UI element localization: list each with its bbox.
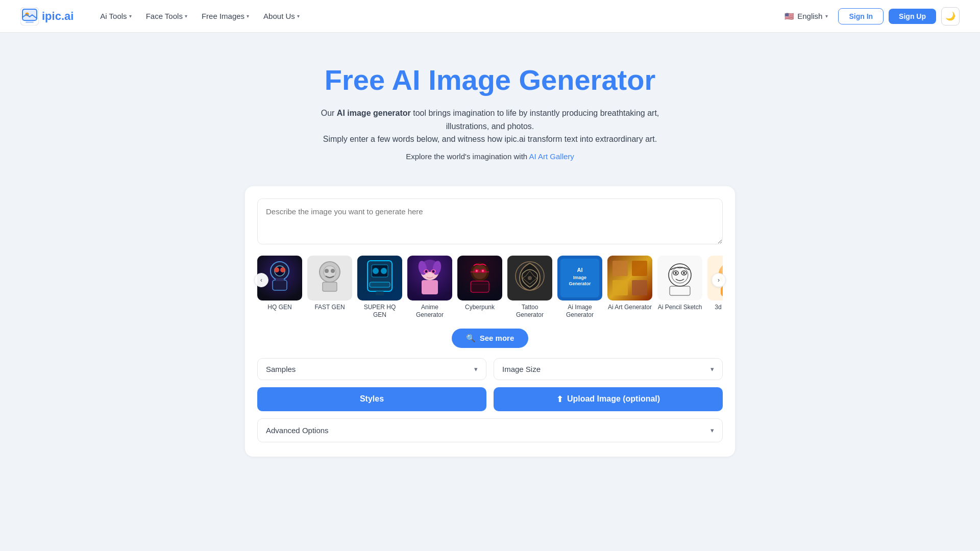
hero-section: Free AI Image Generator Our AI image gen…	[0, 33, 980, 186]
flag-icon: 🇺🇸	[785, 12, 794, 21]
style-label-ai-art-generator: Ai Art Generator	[608, 304, 652, 312]
theme-toggle-button[interactable]: 🌙	[941, 7, 960, 26]
svg-rect-34	[422, 280, 438, 294]
svg-point-62	[675, 272, 677, 274]
signup-button[interactable]: Sign Up	[889, 9, 936, 24]
nav-face-tools[interactable]: Face Tools ▾	[140, 8, 193, 24]
style-item-3d-cartoon[interactable]: 3d Cartoon	[707, 256, 723, 319]
style-item-ai-image-generator[interactable]: AI Image Generator Ai Image Generator	[557, 256, 602, 319]
style-img-ai-art-generator	[607, 256, 652, 300]
hero-title: Free AI Image Generator	[10, 63, 970, 96]
svg-point-33	[432, 270, 435, 272]
nav-about-us[interactable]: About Us ▾	[257, 8, 306, 24]
style-scroll-wrapper: ‹ HQ GEN	[257, 256, 723, 319]
prompt-textarea[interactable]	[257, 198, 723, 244]
logo-text: ipic.ai	[42, 10, 74, 23]
nav-ai-tools[interactable]: Ai Tools ▾	[94, 8, 137, 24]
advanced-options-row[interactable]: Advanced Options ▾	[257, 418, 723, 442]
see-more-button[interactable]: 🔍 See more	[452, 329, 529, 348]
language-chevron-icon: ▾	[825, 13, 828, 19]
see-more-row: 🔍 See more	[257, 329, 723, 348]
style-label-super-hq-gen: SUPER HQ GEN	[357, 304, 402, 319]
style-label-hq-gen: HQ GEN	[267, 304, 291, 312]
svg-text:Image: Image	[573, 275, 586, 280]
style-item-ai-pencil-sketch[interactable]: Ai Pencil Sketch	[657, 256, 702, 319]
image-size-chevron-icon: ▾	[710, 365, 714, 373]
svg-text:AI: AI	[577, 267, 583, 273]
svg-rect-53	[612, 261, 628, 276]
svg-point-8	[274, 267, 279, 272]
style-item-fast-gen[interactable]: FAST GEN	[307, 256, 352, 319]
svg-point-22	[381, 268, 387, 274]
search-icon: 🔍	[466, 334, 476, 343]
about-us-chevron-icon: ▾	[297, 13, 300, 19]
upload-button[interactable]: ⬆ Upload Image (optional)	[494, 387, 723, 411]
nav-right: 🇺🇸 English ▾ Sign In Sign Up 🌙	[779, 7, 960, 26]
styles-button[interactable]: Styles	[257, 387, 486, 411]
samples-dropdown[interactable]: Samples ▾	[257, 358, 486, 380]
style-img-tattoo-generator	[507, 256, 552, 300]
controls-row: Samples ▾ Image Size ▾	[257, 358, 723, 380]
logo-icon	[20, 7, 39, 26]
svg-rect-4	[26, 21, 34, 23]
svg-point-16	[331, 269, 335, 273]
hero-gallery-text: Explore the world's imagination with AI …	[10, 152, 970, 161]
svg-point-32	[425, 270, 428, 272]
style-scroll: HQ GEN FAST GEN	[257, 256, 723, 319]
style-item-ai-art-generator[interactable]: Ai Art Generator	[607, 256, 652, 319]
svg-point-63	[683, 272, 685, 274]
navbar: ipic.ai Ai Tools ▾ Face Tools ▾ Free Ima…	[0, 0, 980, 33]
svg-rect-24	[376, 291, 384, 295]
signin-button[interactable]: Sign In	[838, 8, 884, 24]
style-img-anime-generator	[407, 256, 452, 300]
image-size-dropdown[interactable]: Image Size ▾	[494, 358, 723, 380]
svg-rect-42	[471, 281, 489, 292]
style-item-hq-gen[interactable]: HQ GEN	[257, 256, 302, 319]
face-tools-chevron-icon: ▾	[185, 13, 187, 19]
svg-point-15	[325, 269, 329, 273]
style-item-tattoo-generator[interactable]: Tattoo Generator	[507, 256, 552, 319]
nav-free-images[interactable]: Free Images ▾	[195, 8, 255, 24]
style-img-ai-pencil-sketch	[657, 256, 702, 300]
advanced-options-chevron-icon: ▾	[710, 427, 714, 434]
nav-links: Ai Tools ▾ Face Tools ▾ Free Images ▾ Ab…	[94, 8, 779, 24]
svg-rect-17	[323, 282, 337, 291]
svg-rect-23	[370, 282, 390, 287]
style-label-fast-gen: FAST GEN	[314, 304, 345, 312]
svg-point-9	[280, 267, 285, 272]
hero-description: Our AI image generator tool brings imagi…	[311, 107, 669, 146]
logo[interactable]: ipic.ai	[20, 7, 74, 26]
svg-rect-56	[632, 280, 647, 295]
svg-point-40	[476, 270, 478, 272]
ai-tools-chevron-icon: ▾	[129, 13, 132, 19]
free-images-chevron-icon: ▾	[247, 13, 249, 19]
language-selector[interactable]: 🇺🇸 English ▾	[779, 8, 833, 25]
style-label-3d-cartoon: 3d Cartoon	[715, 304, 723, 312]
style-img-cyberpunk	[457, 256, 502, 300]
scroll-left-button[interactable]: ‹	[254, 273, 268, 287]
action-row: Styles ⬆ Upload Image (optional)	[257, 387, 723, 411]
svg-text:Generator: Generator	[569, 281, 591, 286]
style-label-anime-generator: Anime Generator	[407, 304, 452, 319]
svg-point-46	[528, 276, 532, 280]
style-img-fast-gen	[307, 256, 352, 300]
style-item-super-hq-gen[interactable]: SUPER HQ GEN	[357, 256, 402, 319]
style-label-ai-pencil-sketch: Ai Pencil Sketch	[658, 304, 702, 312]
style-item-anime-generator[interactable]: Anime Generator	[407, 256, 452, 319]
main-card: ‹ HQ GEN	[245, 186, 735, 457]
svg-rect-57	[657, 256, 702, 300]
ai-art-gallery-link[interactable]: AI Art Gallery	[529, 152, 574, 161]
style-img-ai-image-generator: AI Image Generator	[557, 256, 602, 300]
style-img-super-hq-gen	[357, 256, 402, 300]
scroll-right-button[interactable]: ›	[712, 273, 726, 287]
style-item-cyberpunk[interactable]: Cyberpunk	[457, 256, 502, 319]
samples-chevron-icon: ▾	[474, 365, 478, 373]
style-label-cyberpunk: Cyberpunk	[465, 304, 495, 312]
svg-rect-11	[276, 278, 284, 281]
svg-point-41	[482, 270, 484, 272]
svg-point-21	[373, 268, 379, 274]
svg-rect-54	[632, 261, 647, 276]
svg-rect-1	[22, 9, 37, 20]
svg-rect-10	[273, 280, 287, 290]
style-label-ai-image-generator: Ai Image Generator	[557, 304, 602, 319]
